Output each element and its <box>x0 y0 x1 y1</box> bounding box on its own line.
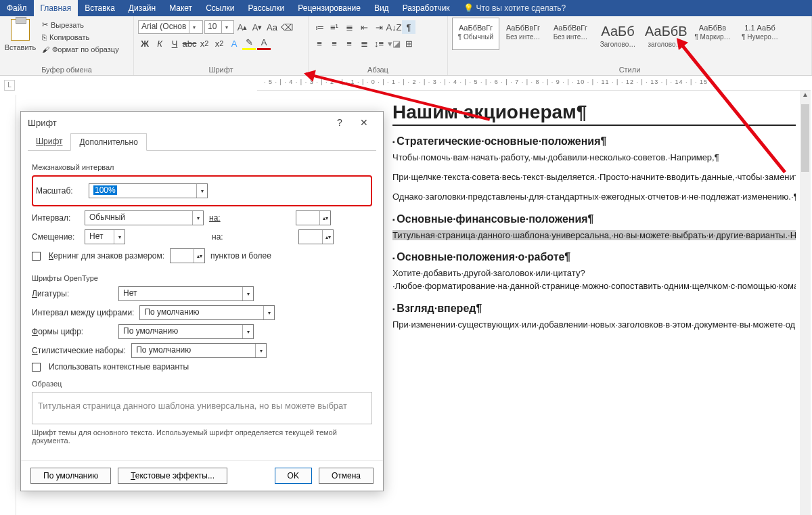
text-effects-button[interactable]: A <box>227 37 241 50</box>
align-right-button[interactable]: ≡ <box>342 37 356 50</box>
style-preview: АаБб <box>597 20 638 41</box>
tab-developer[interactable]: Разработчик <box>396 0 457 16</box>
cancel-button[interactable]: Отмена <box>319 468 374 484</box>
underline-button[interactable]: Ч <box>168 37 181 50</box>
paste-button[interactable]: Вставить <box>4 18 37 53</box>
numforms-combo[interactable]: По умолчанию▾ <box>118 324 254 339</box>
tab-view[interactable]: Вид <box>367 0 396 16</box>
chevron-down-icon: ▾ <box>189 21 198 33</box>
document-area[interactable]: Нашим·акционерам¶ Стратегические·основны… <box>392 102 796 515</box>
doc-s1-p2[interactable]: При·щелчке·текста·совета·весь·текст·выде… <box>392 171 796 184</box>
doc-s4-h[interactable]: Взгляд·вперед¶ <box>392 303 796 315</box>
doc-s2-h[interactable]: Основные·финансовые·положения¶ <box>392 213 796 225</box>
borders-button[interactable]: ⊞ <box>402 37 415 50</box>
tab-review[interactable]: Рецензирование <box>291 0 367 16</box>
ligatures-combo[interactable]: Нет▾ <box>118 286 254 301</box>
tab-file[interactable]: Файл <box>0 0 34 16</box>
doc-s1-p3[interactable]: Однако·заголовки·представлены·для·станда… <box>392 191 796 204</box>
tab-home[interactable]: Главная <box>34 0 78 16</box>
subscript-button[interactable]: x2 <box>198 37 211 50</box>
dialog-tab-advanced[interactable]: Дополнительно <box>70 133 146 151</box>
scroll-up-icon[interactable]: ▲ <box>800 91 811 102</box>
dec-indent-button[interactable]: ⇤ <box>357 20 371 34</box>
doc-selected-text[interactable]: Титульная·страница·данного·шаблона·униве… <box>392 230 796 240</box>
style-item-3[interactable]: АаБбЗаголово… <box>594 18 641 50</box>
ruler-corner[interactable]: L <box>4 80 15 91</box>
cut-button[interactable]: ✂Вырезать <box>39 19 122 30</box>
superscript-button[interactable]: x2 <box>212 37 226 50</box>
numspacing-combo[interactable]: По умолчанию▾ <box>139 305 275 320</box>
font-family-combo[interactable]: Arial (Основ▾ <box>138 20 203 34</box>
scroll-thumb[interactable] <box>801 104 809 172</box>
position-by-spin[interactable]: ▴▾ <box>298 229 334 244</box>
spacing-combo[interactable]: Обычный▾ <box>85 210 204 225</box>
scale-combo[interactable]: 100%▾ <box>89 183 208 198</box>
dialog-title: Шрифт <box>28 118 328 128</box>
style-item-1[interactable]: АаБбВвГгБез инте… <box>499 18 547 50</box>
style-item-0[interactable]: АаБбВвГг¶ Обычный <box>452 18 499 50</box>
style-item-5[interactable]: АаБбВв¶ Маркир… <box>689 18 736 50</box>
doc-s4-p1[interactable]: При·изменении·существующих·или·добавлени… <box>392 319 796 332</box>
shrink-font-button[interactable]: A▾ <box>250 20 264 34</box>
set-default-button[interactable]: По умолчанию <box>30 468 111 484</box>
justify-button[interactable]: ≣ <box>357 37 371 50</box>
font-color-button[interactable]: A <box>257 37 271 50</box>
bullets-button[interactable]: ≔ <box>313 20 326 34</box>
font-size-combo[interactable]: 10▾ <box>204 20 234 34</box>
line-spacing-button[interactable]: ↕≡ <box>372 37 386 50</box>
clear-formatting-button[interactable]: ⌫ <box>280 20 294 34</box>
format-painter-button[interactable]: 🖌Формат по образцу <box>39 44 122 55</box>
spacing-by-value <box>296 211 319 225</box>
kerning-checkbox[interactable] <box>32 252 41 261</box>
spacing-by-spin[interactable]: ▴▾ <box>296 210 331 225</box>
stylesets-combo[interactable]: По умолчанию▾ <box>131 343 267 358</box>
stylesets-value: По умолчанию <box>132 344 255 357</box>
numspacing-label: Интервал между цифрами: <box>32 308 134 317</box>
inc-indent-button[interactable]: ⇥ <box>372 20 386 34</box>
tab-mailings[interactable]: Рассылки <box>241 0 291 16</box>
style-name: ¶ Нумеро… <box>740 33 780 41</box>
text-effects-button[interactable]: Текстовые эффекты... <box>118 468 227 484</box>
group-font: Arial (Основ▾ 10▾ A▴ A▾ Aa ⌫ Ж К Ч abc x… <box>134 16 309 75</box>
shading-button[interactable]: ▾◪ <box>387 37 401 50</box>
vertical-scrollbar[interactable]: ▲ <box>800 91 811 515</box>
doc-s1-p1[interactable]: Чтобы·помочь·вам·начать·работу,·мы·добав… <box>392 152 796 164</box>
change-case-button[interactable]: Aa <box>265 20 279 34</box>
doc-s3-p1[interactable]: Хотите·добавить·другой·заголовок·или·цит… <box>392 267 796 293</box>
close-button[interactable]: ✕ <box>352 117 376 128</box>
tab-insert[interactable]: Вставка <box>78 0 122 16</box>
tab-references[interactable]: Ссылки <box>199 0 241 16</box>
preview-box: Титульная страница данного шаблона униве… <box>32 392 372 424</box>
highlight-button[interactable]: ✎ <box>242 37 256 50</box>
close-icon: ✕ <box>360 117 368 128</box>
tell-me-hint: Что вы хотите сделать? <box>476 3 566 13</box>
style-item-2[interactable]: АаБбВвГгБез инте… <box>547 18 594 50</box>
grow-font-button[interactable]: A▴ <box>235 20 249 34</box>
align-left-button[interactable]: ≡ <box>313 37 326 50</box>
multilevel-button[interactable]: ≣ <box>342 20 356 34</box>
show-marks-button[interactable]: ¶ <box>402 20 415 34</box>
align-center-button[interactable]: ≡ <box>328 37 341 50</box>
copy-button[interactable]: ⎘Копировать <box>39 32 122 43</box>
context-checkbox[interactable] <box>32 363 41 372</box>
position-combo[interactable]: Нет▾ <box>85 229 125 244</box>
vertical-ruler[interactable] <box>4 95 16 515</box>
help-button[interactable]: ? <box>328 117 352 128</box>
numbering-button[interactable]: ≡¹ <box>328 20 341 34</box>
tell-me[interactable]: 💡 Что вы хотите сделать? <box>457 0 812 16</box>
doc-s2-p1[interactable]: Титульная·страница·данного·шаблона·униве… <box>392 229 796 242</box>
doc-s1-h[interactable]: Стратегические·основные·положения¶ <box>392 135 796 148</box>
strike-button[interactable]: abc <box>183 37 196 50</box>
tab-layout[interactable]: Макет <box>162 0 199 16</box>
kerning-size-spin[interactable]: ▴▾ <box>170 248 205 263</box>
dialog-tab-font[interactable]: Шрифт <box>28 133 70 150</box>
italic-button[interactable]: К <box>153 37 166 50</box>
styles-gallery[interactable]: АаБбВвГг¶ ОбычныйАаБбВвГгБез инте…АаБбВв… <box>452 18 784 50</box>
style-item-6[interactable]: 1.1 АаБб¶ Нумеро… <box>736 18 784 50</box>
sort-button[interactable]: A↓Z <box>387 20 401 34</box>
dialog-titlebar[interactable]: Шрифт ? ✕ <box>21 112 383 133</box>
bold-button[interactable]: Ж <box>138 37 152 50</box>
tab-design[interactable]: Дизайн <box>122 0 162 16</box>
doc-s3-h[interactable]: Основные·положения·о·работе¶ <box>392 251 796 263</box>
ok-button[interactable]: OK <box>275 468 312 484</box>
